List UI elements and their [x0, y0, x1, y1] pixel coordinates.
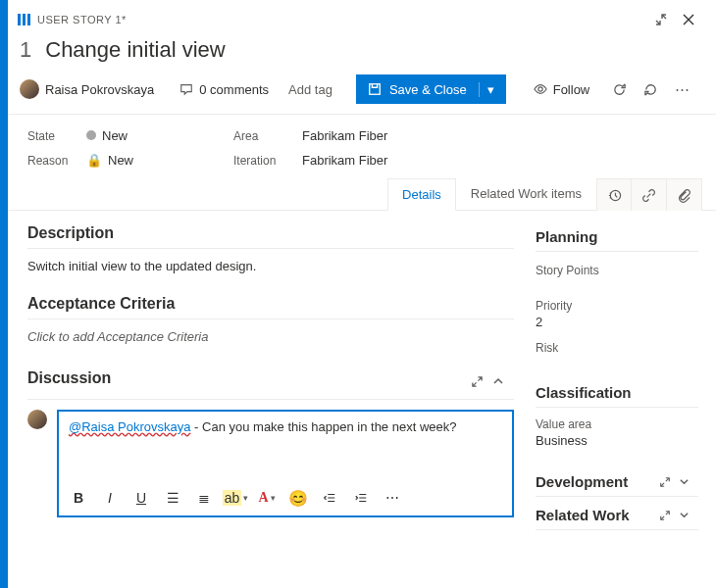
save-icon	[368, 82, 382, 96]
value-area-label: Value area	[536, 417, 698, 431]
description-heading: Description	[27, 224, 514, 242]
expand-icon[interactable]	[471, 375, 492, 388]
restore-window-icon[interactable]	[647, 6, 675, 33]
reason-value[interactable]: 🔒New	[86, 153, 233, 168]
area-label: Area	[233, 129, 302, 143]
iteration-value[interactable]: Fabrikam Fiber	[302, 153, 702, 168]
state-label: State	[27, 129, 86, 143]
close-icon[interactable]	[675, 6, 702, 33]
development-heading: Development	[536, 473, 628, 490]
priority-label: Priority	[536, 299, 698, 313]
comments-count: 0 comments	[199, 82, 269, 97]
risk-label: Risk	[536, 341, 698, 355]
save-close-label: Save & Close	[389, 82, 467, 97]
state-value[interactable]: New	[86, 128, 233, 143]
work-item-type-label: USER STORY 1*	[37, 14, 127, 25]
tab-details[interactable]: Details	[387, 178, 456, 211]
divider	[536, 529, 698, 530]
work-item-title[interactable]: Change initial view	[45, 37, 225, 63]
add-tag-button[interactable]: Add tag	[288, 82, 332, 97]
meta-row: Raisa Pokrovskaya 0 comments Add tag Sav…	[8, 73, 716, 115]
emoji-icon[interactable]: 😊	[286, 486, 310, 510]
toolbar-more-icon[interactable]: ⋯	[381, 486, 404, 510]
font-color-icon[interactable]: A▾	[255, 486, 279, 510]
svg-rect-0	[370, 84, 381, 95]
divider	[27, 399, 514, 400]
expand-icon[interactable]	[659, 476, 679, 488]
discussion-heading: Discussion	[27, 369, 111, 387]
side-column: Planning Story Points Priority 2 Risk Cl…	[530, 211, 716, 588]
follow-button[interactable]: Follow	[534, 82, 590, 97]
tab-attachments-icon[interactable]	[667, 178, 702, 211]
comment-avatar	[27, 410, 47, 429]
tabs-row: Details Related Work items	[8, 172, 716, 211]
acceptance-heading: Acceptance Criteria	[27, 295, 514, 313]
divider	[27, 318, 514, 319]
priority-value[interactable]: 2	[536, 315, 698, 329]
lock-icon: 🔒	[86, 153, 102, 168]
iteration-label: Iteration	[233, 154, 302, 168]
story-points-label: Story Points	[536, 264, 698, 277]
more-actions-icon[interactable]: ⋯	[668, 75, 695, 103]
follow-label: Follow	[553, 82, 590, 97]
discussion-editor[interactable]: @Raisa Pokrovskaya - Can you make this h…	[57, 410, 514, 517]
comments-link[interactable]: 0 comments	[179, 82, 269, 97]
expand-icon[interactable]	[659, 510, 679, 521]
undo-icon[interactable]	[637, 75, 664, 103]
divider	[536, 496, 698, 497]
editor-toolbar: B I U ☰ ≣ ab▾ A▾ 😊 ⋯	[59, 480, 512, 515]
save-and-close-button[interactable]: Save & Close ▾	[356, 74, 506, 104]
editor-content[interactable]: @Raisa Pokrovskaya - Can you make this h…	[59, 412, 512, 480]
header-top: USER STORY 1*	[8, 0, 716, 35]
work-item-type-icon	[18, 14, 31, 25]
avatar[interactable]	[20, 79, 39, 99]
assignee-name[interactable]: Raisa Pokrovskaya	[45, 82, 154, 97]
comment-icon	[179, 82, 193, 96]
divider	[536, 407, 698, 408]
related-work-heading: Related Work	[536, 507, 630, 523]
italic-icon[interactable]: I	[98, 486, 122, 510]
acceptance-placeholder[interactable]: Click to add Acceptance Criteria	[27, 329, 514, 344]
tab-links-icon[interactable]	[632, 178, 667, 211]
bullet-list-icon[interactable]: ☰	[161, 486, 184, 510]
fields-grid: State New Area Fabrikam Fiber Reason 🔒Ne…	[8, 115, 716, 172]
accent-rail	[0, 0, 8, 588]
bold-icon[interactable]: B	[67, 486, 90, 510]
chevron-down-icon[interactable]	[679, 510, 698, 520]
highlight-icon[interactable]: ab▾	[224, 486, 247, 510]
chevron-down-icon[interactable]	[679, 476, 698, 487]
tab-history-icon[interactable]	[596, 178, 632, 211]
underline-icon[interactable]: U	[129, 486, 153, 510]
tab-related-work-items[interactable]: Related Work items	[456, 177, 596, 210]
collapse-chevron-icon[interactable]	[492, 375, 514, 387]
mention[interactable]: @Raisa Pokrovskaya	[69, 419, 190, 434]
divider	[536, 251, 698, 252]
planning-heading: Planning	[536, 228, 698, 245]
save-dropdown-caret[interactable]: ▾	[479, 82, 494, 97]
reason-label: Reason	[27, 154, 86, 168]
follow-icon	[534, 82, 547, 96]
numbered-list-icon[interactable]: ≣	[192, 486, 216, 510]
outdent-icon[interactable]	[318, 486, 341, 510]
divider	[27, 248, 514, 249]
refresh-icon[interactable]	[605, 75, 633, 103]
classification-heading: Classification	[536, 384, 698, 401]
indent-icon[interactable]	[349, 486, 373, 510]
state-dot-icon	[86, 130, 96, 140]
svg-point-1	[538, 87, 542, 91]
comment-text: - Can you make this happen in the next w…	[190, 419, 456, 434]
area-value[interactable]: Fabrikam Fiber	[302, 128, 702, 143]
work-item-id: 1	[20, 37, 31, 63]
description-text[interactable]: Switch initial view to the updated desig…	[27, 259, 514, 273]
title-row: 1 Change initial view	[8, 35, 716, 73]
main-column: Description Switch initial view to the u…	[8, 211, 530, 588]
value-area-value[interactable]: Business	[536, 433, 698, 448]
